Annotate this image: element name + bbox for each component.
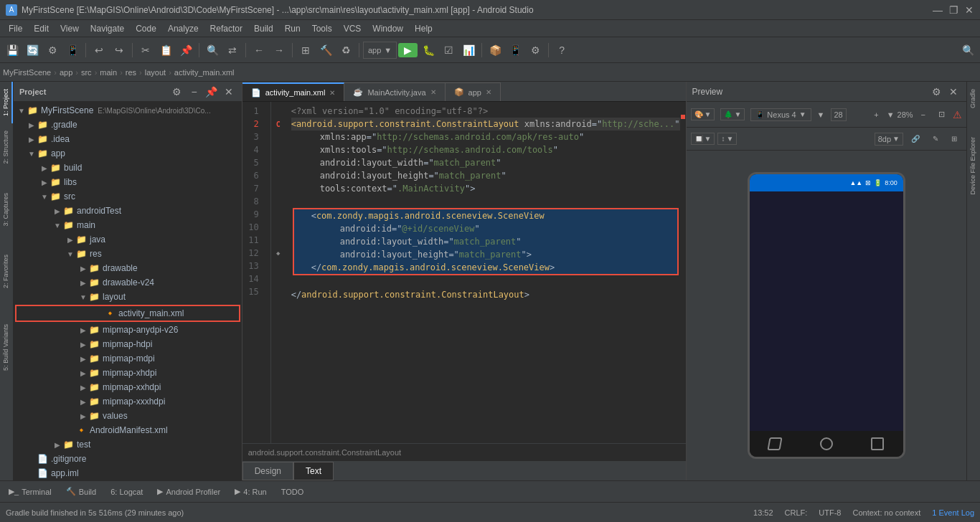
constraint-button[interactable]: 🔗 xyxy=(906,133,925,145)
device-manager-button[interactable]: 📱 xyxy=(506,41,524,60)
profile-button[interactable]: 📊 xyxy=(459,41,478,60)
side-tab-device-file-explorer[interactable]: Device File Explorer xyxy=(967,130,980,202)
minimize-button[interactable]: — xyxy=(933,5,943,15)
menu-build[interactable]: Build xyxy=(248,20,279,37)
side-tab-favorites[interactable]: 2: Favorites xyxy=(0,247,13,295)
tab-close-mainactivity[interactable]: ✕ xyxy=(430,88,436,96)
tab-close-activity-main[interactable]: ✕ xyxy=(329,89,335,97)
tree-item-libs[interactable]: ▶ 📁 libs xyxy=(14,175,242,189)
search-everywhere-button[interactable]: 🔍 xyxy=(958,41,977,60)
breadcrumb-layout[interactable]: layout xyxy=(145,68,166,77)
menu-refactor[interactable]: Refactor xyxy=(204,20,248,37)
code-editor[interactable]: 1 2 3 4 5 6 7 8 9 10 11 12 13 14 15 C xyxy=(242,102,686,443)
bottom-todo[interactable]: TODO xyxy=(275,486,310,498)
project-pin-button[interactable]: 📌 xyxy=(204,85,219,99)
tree-item-layout[interactable]: ▼ 📁 layout xyxy=(14,290,242,304)
tree-item-app-iml[interactable]: 📄 app.iml xyxy=(14,466,242,480)
tree-item-drawable[interactable]: ▶ 📁 drawable xyxy=(14,261,242,275)
tree-item-mipmap-xhdpi[interactable]: ▶ 📁 mipmap-xhdpi xyxy=(14,366,242,380)
tree-item-main[interactable]: ▼ 📁 main xyxy=(14,218,242,232)
menu-help[interactable]: Help xyxy=(409,20,438,37)
menu-code[interactable]: Code xyxy=(130,20,162,37)
breadcrumb-main[interactable]: main xyxy=(100,68,117,77)
bottom-run[interactable]: ▶ 4: Run xyxy=(229,485,272,498)
tab-activity-main-xml[interactable]: 📄 activity_main.xml ✕ xyxy=(242,82,345,101)
bottom-terminal[interactable]: ▶_ Terminal xyxy=(3,485,57,498)
tree-item-gitignore[interactable]: 📄 .gitignore xyxy=(14,452,242,466)
palette-button[interactable]: 🎨 ▼ xyxy=(691,108,715,120)
breadcrumb-res[interactable]: res xyxy=(126,68,136,77)
rebuild-button[interactable]: ♻ xyxy=(336,41,355,60)
maximize-button[interactable]: ❐ xyxy=(948,5,958,15)
tree-item-gradle[interactable]: ▶ 📁 .gradle xyxy=(14,118,242,132)
tree-item-test[interactable]: ▶ 📁 test xyxy=(14,437,242,452)
side-tab-structure[interactable]: 2: Structure xyxy=(0,123,13,171)
menu-run[interactable]: Run xyxy=(279,20,306,37)
coverage-button[interactable]: ☑ xyxy=(439,41,458,60)
cut-button[interactable]: ✂ xyxy=(136,41,155,60)
orientation-button[interactable]: ↕ ▼ xyxy=(717,133,737,145)
sync-button[interactable]: 🔄 xyxy=(23,41,42,60)
tree-item-mipmap-mdpi[interactable]: ▶ 📁 mipmap-mdpi xyxy=(14,351,242,366)
zoom-out-button[interactable]: − xyxy=(916,108,930,121)
project-collapse-button[interactable]: − xyxy=(187,85,202,99)
bottom-build[interactable]: 🔨 Build xyxy=(60,485,102,498)
avd-button[interactable]: 📱 xyxy=(63,41,82,60)
find-button[interactable]: 🔍 xyxy=(203,41,222,60)
menu-navigate[interactable]: Navigate xyxy=(85,20,130,37)
sdk-button[interactable]: 📦 xyxy=(486,41,504,60)
close-button[interactable]: ✕ xyxy=(964,5,974,15)
project-close-button[interactable]: ✕ xyxy=(222,85,236,99)
help-button[interactable]: ? xyxy=(552,41,571,60)
side-tab-project[interactable]: 1: Project xyxy=(0,82,13,123)
tree-item-idea[interactable]: ▶ 📁 .idea xyxy=(14,132,242,146)
tree-item-androidtest[interactable]: ▶ 📁 androidTest xyxy=(14,204,242,218)
tree-item-mipmap-anydpi[interactable]: ▶ 📁 mipmap-anydpi-v26 xyxy=(14,323,242,337)
tab-app[interactable]: 📦 app ✕ xyxy=(446,82,501,101)
replace-button[interactable]: ⇄ xyxy=(223,41,242,60)
tree-item-androidmanifest[interactable]: 🔸 AndroidManifest.xml xyxy=(14,423,242,437)
forward-button[interactable]: → xyxy=(270,41,288,60)
structure-button[interactable]: ⊞ xyxy=(296,41,315,60)
component-tree-button[interactable]: 🌲 ▼ xyxy=(720,108,745,120)
eraser-button[interactable]: ✎ xyxy=(928,133,943,145)
side-tab-captures[interactable]: 3: Captures xyxy=(0,186,13,234)
side-tab-gradle[interactable]: Gradle xyxy=(967,82,980,115)
menu-edit[interactable]: Edit xyxy=(28,20,55,37)
tree-item-mipmap-xxxhdpi[interactable]: ▶ 📁 mipmap-xxxhdpi xyxy=(14,394,242,409)
undo-button[interactable]: ↩ xyxy=(90,41,108,60)
menu-vcs[interactable]: VCS xyxy=(338,20,367,37)
debug-button[interactable]: 🐛 xyxy=(419,41,438,60)
menu-window[interactable]: Window xyxy=(367,20,409,37)
tab-design[interactable]: Design xyxy=(242,462,293,480)
tree-item-values[interactable]: ▶ 📁 values xyxy=(14,409,242,423)
build-project-button[interactable]: 🔨 xyxy=(316,41,335,60)
tree-item-java[interactable]: ▶ 📁 java xyxy=(14,232,242,247)
tree-item-mipmap-hdpi[interactable]: ▶ 📁 mipmap-hdpi xyxy=(14,337,242,351)
tree-item-src[interactable]: ▼ 📁 src xyxy=(14,189,242,204)
tree-item-mipmap-xxhdpi[interactable]: ▶ 📁 mipmap-xxhdpi xyxy=(14,380,242,394)
settings-button[interactable]: ⚙ xyxy=(526,41,545,60)
bottom-android-profiler[interactable]: ▶ Android Profiler xyxy=(151,485,226,498)
copy-button[interactable]: 📋 xyxy=(156,41,175,60)
breadcrumb-myfirstscene[interactable]: MyFirstScene xyxy=(3,68,51,77)
menu-analyze[interactable]: Analyze xyxy=(162,20,204,37)
menu-tools[interactable]: Tools xyxy=(306,20,338,37)
run-button[interactable]: ▶ xyxy=(398,43,418,57)
breadcrumb-src[interactable]: src xyxy=(81,68,92,77)
bottom-logcat[interactable]: 6: Logcat xyxy=(105,486,149,498)
api-selector[interactable]: 28 xyxy=(831,108,847,121)
run-config-dropdown[interactable]: app ▼ xyxy=(363,42,397,59)
tree-item-activity-main-xml[interactable]: 🔸 activity_main.xml xyxy=(15,305,240,322)
zoom-in-button[interactable]: + xyxy=(869,108,883,121)
tab-text[interactable]: Text xyxy=(293,462,334,480)
save-all-button[interactable]: 💾 xyxy=(3,41,22,60)
menu-file[interactable]: File xyxy=(3,20,28,37)
code-content[interactable]: <?xml version="1.0" encoding="utf-8"?> <… xyxy=(286,102,686,443)
status-event-log[interactable]: 1 Event Log xyxy=(932,508,974,517)
tree-item-root[interactable]: ▼ 📁 MyFirstScene E:\MapGIS\Online\Androi… xyxy=(14,103,242,118)
breadcrumb-activity-main[interactable]: activity_main.xml xyxy=(174,68,235,77)
fit-button[interactable]: ⊡ xyxy=(933,108,950,121)
project-gear-button[interactable]: ⚙ xyxy=(170,85,184,99)
back-button[interactable]: ← xyxy=(250,41,268,60)
